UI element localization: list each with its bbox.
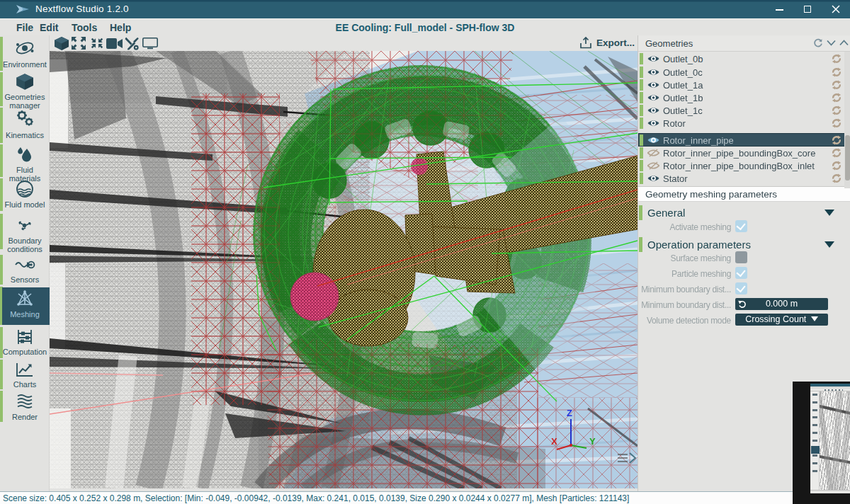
svg-text:Z: Z — [567, 408, 572, 418]
svg-text:X: X — [551, 436, 557, 447]
svg-text:Y: Y — [589, 436, 596, 447]
